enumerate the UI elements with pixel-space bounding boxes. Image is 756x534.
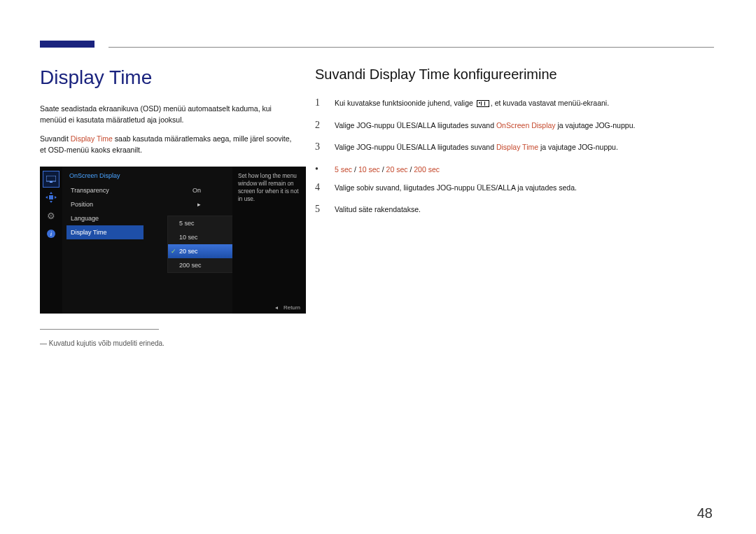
step-number: 2 bbox=[315, 118, 323, 133]
note-icon: • bbox=[315, 162, 323, 177]
footnote: ― Kuvatud kujutis võib mudeliti erineda. bbox=[40, 339, 299, 347]
opt-200: 200 sec bbox=[414, 165, 440, 174]
opt-10: 10 sec bbox=[358, 165, 380, 174]
page-number: 48 bbox=[697, 505, 713, 521]
osd-help-text: Set how long the menu window will remain… bbox=[232, 167, 306, 314]
step-number: 4 bbox=[315, 180, 323, 195]
osd-sidebar: ⚙ i bbox=[40, 167, 62, 314]
guide-menu-icon bbox=[477, 100, 489, 107]
svg-rect-0 bbox=[46, 176, 56, 181]
step-pre: Valige JOG-nuppu ÜLES/ALLA liigutades su… bbox=[335, 121, 496, 129]
step-text: Kui kuvatakse funktsioonide juhend, vali… bbox=[335, 97, 609, 108]
sep: / bbox=[408, 165, 414, 174]
step-3: 3 Valige JOG-nuppu ÜLES/ALLA liigutades … bbox=[315, 139, 714, 155]
info-icon: i bbox=[43, 225, 59, 242]
osd-return-label: Return bbox=[284, 304, 300, 311]
step-keyword: Display Time bbox=[496, 143, 538, 151]
step-2: 2 Valige JOG-nuppu ÜLES/ALLA liigutades … bbox=[315, 118, 714, 133]
step-number: 3 bbox=[315, 139, 323, 155]
left-column: Display Time Saate seadistada ekraanikuv… bbox=[40, 66, 299, 347]
osd-footer: ◂ Return bbox=[271, 304, 300, 311]
osd-item-label: Display Time bbox=[71, 229, 107, 236]
gear-icon: ⚙ bbox=[43, 207, 59, 224]
section-title: Suvandi Display Time konﬁgureerimine bbox=[315, 66, 714, 83]
step-pre: Valige JOG-nuppu ÜLES/ALLA liigutades su… bbox=[335, 143, 496, 151]
intro-para-2: Suvandit Display Time saab kasutada määr… bbox=[40, 133, 299, 156]
osd-item-value: On bbox=[192, 187, 201, 194]
intro-para-1: Saate seadistada ekraanikuva (OSD) menüü… bbox=[40, 103, 299, 126]
osd-item-label: Transparency bbox=[71, 187, 109, 194]
p2-pre: Suvandit bbox=[40, 134, 71, 143]
back-arrow-icon: ◂ bbox=[275, 304, 278, 311]
step-1: 1 Kui kuvatakse funktsioonide juhend, va… bbox=[315, 95, 714, 111]
step-number: 5 bbox=[315, 202, 323, 217]
step-post: ja vajutage JOG-nuppu. bbox=[538, 143, 618, 151]
osd-item-transparency: Transparency On bbox=[62, 183, 209, 197]
options-text: 5 sec / 10 sec / 20 sec / 200 sec bbox=[335, 164, 440, 175]
p2-keyword: Display Time bbox=[71, 134, 113, 143]
osd-item-position: Position ▸ bbox=[62, 197, 209, 211]
step-post: , et kuvada vastavat menüü-ekraani. bbox=[491, 99, 609, 107]
osd-item-value: ▸ bbox=[197, 201, 201, 208]
sep: / bbox=[352, 165, 358, 174]
svg-rect-2 bbox=[49, 195, 53, 199]
display-icon bbox=[43, 171, 59, 188]
step-pre: Kui kuvatakse funktsioonide juhend, vali… bbox=[335, 99, 475, 107]
osd-main: OnScreen Display Transparency On Positio… bbox=[62, 167, 306, 314]
footnote-text: Kuvatud kujutis võib mudeliti erineda. bbox=[49, 339, 164, 347]
osd-item-display-time: Display Time bbox=[66, 225, 144, 239]
right-column: Suvandi Display Time konﬁgureerimine 1 K… bbox=[315, 66, 714, 224]
svg-rect-1 bbox=[50, 181, 52, 183]
step-keyword: OnScreen Display bbox=[496, 121, 556, 129]
step-options-note: • 5 sec / 10 sec / 20 sec / 200 sec bbox=[315, 162, 714, 177]
step-4: 4 Valige sobiv suvand, liigutades JOG-nu… bbox=[315, 180, 714, 195]
osd-screenshot: ⚙ i OnScreen Display Transparency On Pos… bbox=[40, 167, 306, 314]
sep: / bbox=[380, 165, 386, 174]
footnote-dash: ― bbox=[40, 339, 47, 347]
position-icon bbox=[43, 189, 59, 206]
step-5: 5 Valitud säte rakendatakse. bbox=[315, 202, 714, 217]
step-text: Valige sobiv suvand, liigutades JOG-nupp… bbox=[335, 182, 577, 193]
steps-list: 1 Kui kuvatakse funktsioonide juhend, va… bbox=[315, 95, 714, 217]
step-text: Valige JOG-nuppu ÜLES/ALLA liigutades su… bbox=[335, 141, 618, 153]
step-text: Valitud säte rakendatakse. bbox=[335, 204, 421, 215]
opt-20: 20 sec bbox=[386, 165, 408, 174]
step-text: Valige JOG-nuppu ÜLES/ALLA liigutades su… bbox=[335, 120, 635, 131]
page-title: Display Time bbox=[40, 66, 299, 89]
opt-5: 5 sec bbox=[335, 165, 352, 174]
step-number: 1 bbox=[315, 95, 323, 111]
header-rule bbox=[108, 47, 714, 48]
step-post: ja vajutage JOG-nuppu. bbox=[556, 121, 636, 129]
osd-item-label: Position bbox=[71, 201, 93, 208]
osd-item-label: Language bbox=[71, 215, 99, 222]
chapter-color-bar bbox=[40, 41, 94, 48]
footnote-rule bbox=[40, 329, 159, 330]
